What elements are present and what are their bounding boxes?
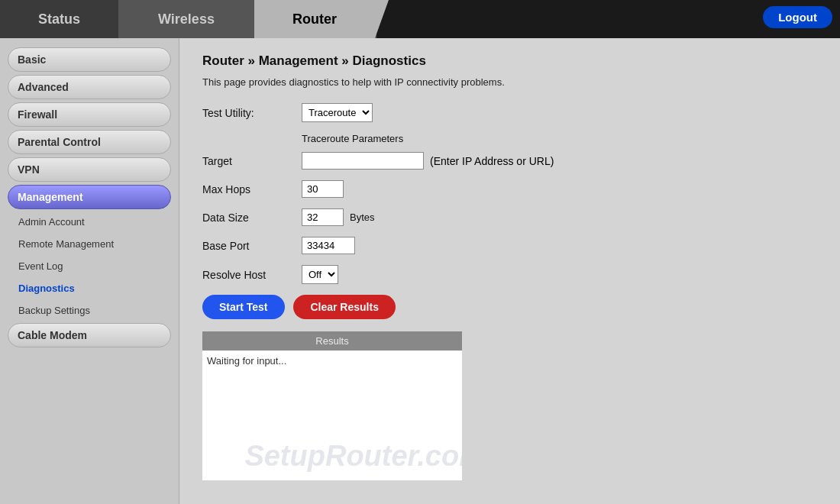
sidebar-btn-management[interactable]: Management — [8, 185, 171, 209]
data-size-input[interactable] — [302, 208, 344, 226]
base-port-label: Base Port — [202, 240, 302, 252]
traceroute-params-label: Traceroute Parameters — [302, 133, 817, 144]
main-layout: Basic Advanced Firewall Parental Control… — [0, 38, 840, 504]
bytes-label: Bytes — [350, 212, 375, 223]
sidebar-link-admin-account[interactable]: Admin Account — [8, 212, 171, 231]
resolve-host-label: Resolve Host — [202, 269, 302, 281]
content-area: Router » Management » Diagnostics This p… — [179, 38, 840, 504]
sidebar-link-event-log[interactable]: Event Log — [8, 257, 171, 276]
results-header: Results — [202, 331, 462, 351]
tab-status-label: Status — [38, 11, 80, 27]
tab-status[interactable]: Status — [0, 0, 120, 38]
sidebar-btn-firewall[interactable]: Firewall — [8, 102, 171, 127]
target-value: (Enter IP Address or URL) — [302, 152, 554, 170]
clear-results-button[interactable]: Clear Results — [293, 295, 395, 319]
max-hops-input[interactable] — [302, 180, 344, 198]
sidebar-btn-vpn[interactable]: VPN — [8, 157, 171, 182]
resolve-host-select[interactable]: Off On — [302, 265, 338, 284]
results-body: Waiting for input... SetupRouter.com — [202, 351, 462, 480]
tab-wireless-label: Wireless — [158, 11, 215, 27]
target-row: Target (Enter IP Address or URL) — [202, 152, 817, 170]
resolve-host-row: Resolve Host Off On — [202, 265, 817, 284]
watermark: SetupRouter.com — [244, 440, 462, 473]
sidebar-link-remote-management[interactable]: Remote Management — [8, 234, 171, 254]
data-size-row: Data Size Bytes — [202, 208, 817, 226]
start-test-button[interactable]: Start Test — [202, 295, 285, 319]
sidebar-link-backup-settings[interactable]: Backup Settings — [8, 301, 171, 320]
target-label: Target — [202, 155, 302, 167]
tab-wireless[interactable]: Wireless — [120, 0, 254, 38]
sidebar-btn-advanced[interactable]: Advanced — [8, 75, 171, 99]
test-utility-value: Ping Traceroute — [302, 103, 373, 122]
results-waiting-text: Waiting for input... — [207, 355, 457, 367]
tab-router[interactable]: Router — [254, 0, 376, 38]
max-hops-value — [302, 180, 344, 198]
logout-button[interactable]: Logout — [763, 6, 832, 28]
nav-tabs: Status Wireless Router — [0, 0, 376, 38]
resolve-host-value: Off On — [302, 265, 338, 284]
action-buttons: Start Test Clear Results — [202, 295, 817, 319]
sidebar-link-diagnostics[interactable]: Diagnostics — [8, 279, 171, 298]
base-port-value — [302, 237, 355, 254]
base-port-row: Base Port — [202, 237, 817, 254]
sidebar-btn-parental-control[interactable]: Parental Control — [8, 130, 171, 154]
results-container: Results Waiting for input... SetupRouter… — [202, 331, 462, 480]
max-hops-label: Max Hops — [202, 183, 302, 195]
data-size-label: Data Size — [202, 212, 302, 224]
top-navigation: Status Wireless Router Logout — [0, 0, 840, 38]
data-size-value: Bytes — [302, 208, 375, 226]
target-hint: (Enter IP Address or URL) — [430, 155, 554, 167]
sidebar-btn-cable-modem[interactable]: Cable Modem — [8, 323, 171, 347]
breadcrumb: Router » Management » Diagnostics — [202, 53, 817, 69]
test-utility-label: Test Utility: — [202, 107, 302, 119]
max-hops-row: Max Hops — [202, 180, 817, 198]
test-utility-select[interactable]: Ping Traceroute — [302, 103, 373, 122]
test-utility-row: Test Utility: Ping Traceroute — [202, 103, 817, 122]
target-input[interactable] — [302, 152, 424, 170]
base-port-input[interactable] — [302, 237, 355, 254]
sidebar-btn-basic[interactable]: Basic — [8, 47, 171, 72]
tab-router-label: Router — [292, 11, 337, 27]
sidebar: Basic Advanced Firewall Parental Control… — [0, 38, 179, 504]
page-description: This page provides diagnostics to help w… — [202, 76, 817, 88]
